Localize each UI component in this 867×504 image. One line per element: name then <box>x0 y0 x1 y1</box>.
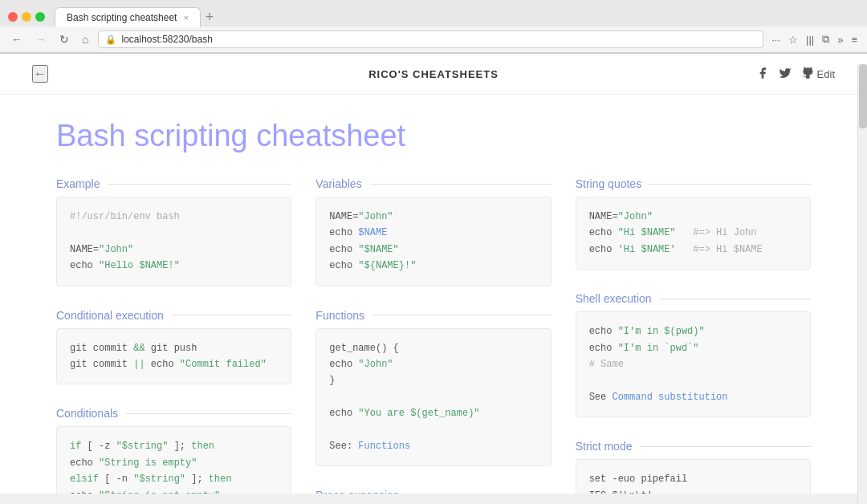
nav-right-buttons: ··· ☆ ||| ⧉ » ≡ <box>770 31 859 47</box>
section-title-variables: Variables <box>315 177 551 190</box>
functions-link[interactable]: Functions <box>358 441 410 452</box>
site-actions: Edit <box>756 67 835 82</box>
section-conditional-execution: Conditional execution git commit && git … <box>56 309 291 385</box>
section-example: Example #!/usr/bin/env bash NAME="John" … <box>56 177 291 287</box>
site-title: RICO'S CHEATSHEETS <box>368 68 499 80</box>
twitter-icon <box>779 67 792 82</box>
nav-bar: ← → ↻ ⌂ 🔒 localhost:58230/bash ··· ☆ |||… <box>0 26 867 53</box>
extend-button[interactable]: » <box>836 32 845 47</box>
browser-chrome: Bash scripting cheatsheet × + ← → ↻ ⌂ 🔒 … <box>0 0 867 54</box>
bookmark-star-button[interactable]: ☆ <box>787 32 800 47</box>
github-edit-button[interactable]: Edit <box>801 67 835 82</box>
forward-button[interactable]: → <box>32 31 50 47</box>
github-icon <box>801 67 814 82</box>
bookmarks-button[interactable]: ··· <box>770 32 782 47</box>
section-title-conditional-execution: Conditional execution <box>56 309 291 322</box>
browser-tab[interactable]: Bash scripting cheatsheet × <box>55 7 201 27</box>
section-conditionals: Conditionals if [ -z "$string" ]; then e… <box>56 407 291 494</box>
code-block-variables: NAME="John" echo $NAME echo "$NAME" echo… <box>315 197 551 287</box>
section-functions: Functions get_name() { echo "John" } ech… <box>315 309 551 467</box>
code-block-conditional-execution: git commit && git push git commit || ech… <box>56 328 291 385</box>
tab-bar: Bash scripting cheatsheet × + <box>55 6 218 26</box>
split-view-button[interactable]: ⧉ <box>820 31 831 47</box>
security-icon: 🔒 <box>105 35 116 45</box>
section-title-conditionals: Conditionals <box>56 407 291 420</box>
refresh-button[interactable]: ↻ <box>56 31 72 47</box>
section-title-functions: Functions <box>315 309 551 322</box>
close-button[interactable] <box>8 12 18 22</box>
menu-button[interactable]: ≡ <box>849 32 859 47</box>
facebook-icon <box>756 67 769 82</box>
code-block-example: #!/usr/bin/env bash NAME="John" echo "He… <box>56 197 291 287</box>
heading-normal: Bash scripting <box>56 119 248 152</box>
section-title-shell-execution: Shell execution <box>576 292 811 305</box>
section-brace-expansion: Brace expansion <box>315 489 551 494</box>
tab-title: Bash scripting cheatsheet <box>67 12 177 23</box>
command-substitution-link[interactable]: Command substitution <box>612 392 727 403</box>
heading-accent: cheatsheet <box>256 119 405 152</box>
maximize-button[interactable] <box>35 12 45 22</box>
page-content: ← RICO'S CHEATSHEETS Edit <box>0 54 867 494</box>
site-header: ← RICO'S CHEATSHEETS Edit <box>0 54 867 95</box>
section-title-string-quotes: String quotes <box>576 177 811 190</box>
column-3: String quotes NAME="John" echo "Hi $NAME… <box>576 177 811 494</box>
twitter-button[interactable] <box>779 67 792 82</box>
code-block-conditionals: if [ -z "$string" ]; then echo "String i… <box>56 426 291 494</box>
new-tab-button[interactable]: + <box>201 10 219 24</box>
site-back-button[interactable]: ← <box>32 65 48 83</box>
back-button[interactable]: ← <box>8 31 26 47</box>
minimize-button[interactable] <box>22 12 31 22</box>
section-shell-execution: Shell execution echo "I'm in $(pwd)" ech… <box>576 292 811 417</box>
tab-close-button[interactable]: × <box>183 13 188 22</box>
url-text: localhost:58230/bash <box>121 34 212 45</box>
code-block-functions: get_name() { echo "John" } echo "You are… <box>315 328 551 467</box>
code-block-strict-mode: set -euo pipefail IFS=$'\n\t' <box>576 459 811 494</box>
scrollbar-thumb[interactable] <box>859 64 867 128</box>
browser-window: Bash scripting cheatsheet × + ← → ↻ ⌂ 🔒 … <box>0 0 867 494</box>
page-heading: Bash scripting cheatsheet <box>56 119 811 153</box>
column-1: Example #!/usr/bin/env bash NAME="John" … <box>56 177 291 494</box>
section-title-example: Example <box>56 177 291 190</box>
address-bar[interactable]: 🔒 localhost:58230/bash <box>98 30 763 48</box>
section-string-quotes: String quotes NAME="John" echo "Hi $NAME… <box>576 177 811 270</box>
title-bar: Bash scripting cheatsheet × + <box>0 0 867 26</box>
column-2: Variables NAME="John" echo $NAME echo "$… <box>315 177 551 494</box>
section-title-brace-expansion: Brace expansion <box>315 489 551 494</box>
section-variables: Variables NAME="John" echo $NAME echo "$… <box>315 177 551 287</box>
code-block-string-quotes: NAME="John" echo "Hi $NAME" #=> Hi John … <box>576 197 811 270</box>
home-button[interactable]: ⌂ <box>79 31 92 47</box>
edit-label: Edit <box>817 68 835 80</box>
section-strict-mode: Strict mode set -euo pipefail IFS=$'\n\t… <box>576 440 811 494</box>
section-title-strict-mode: Strict mode <box>576 440 811 453</box>
reader-view-button[interactable]: ||| <box>804 32 816 47</box>
scrollbar-track[interactable] <box>857 64 867 504</box>
code-block-shell-execution: echo "I'm in $(pwd)" echo "I'm in `pwd`"… <box>576 311 811 417</box>
sections-grid: Example #!/usr/bin/env bash NAME="John" … <box>56 177 811 494</box>
facebook-button[interactable] <box>756 67 769 82</box>
main-content: Bash scripting cheatsheet Example #!/usr… <box>0 95 867 494</box>
traffic-lights <box>8 12 45 22</box>
